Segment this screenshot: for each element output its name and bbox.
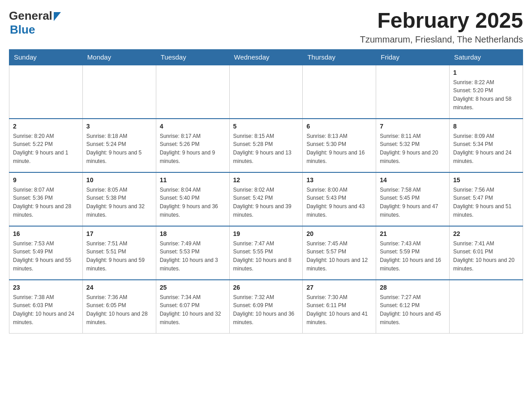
title-section: February 2025 Tzummarum, Friesland, The …: [360, 9, 523, 45]
day-number: 8: [453, 122, 519, 131]
calendar-cell: 17Sunrise: 7:51 AMSunset: 5:51 PMDayligh…: [82, 226, 156, 280]
day-info: Sunrise: 8:18 AMSunset: 5:24 PMDaylight:…: [86, 132, 152, 165]
page-header: General Blue February 2025 Tzummarum, Fr…: [9, 9, 523, 45]
day-info: Sunrise: 7:30 AMSunset: 6:11 PMDaylight:…: [306, 293, 372, 326]
day-number: 14: [380, 176, 446, 185]
calendar-cell: 23Sunrise: 7:38 AMSunset: 6:03 PMDayligh…: [9, 280, 83, 334]
calendar-cell: 28Sunrise: 7:27 AMSunset: 6:12 PMDayligh…: [376, 280, 450, 334]
day-number: 27: [306, 283, 372, 292]
calendar-cell: 11Sunrise: 8:04 AMSunset: 5:40 PMDayligh…: [156, 172, 229, 226]
day-number: 5: [233, 122, 299, 131]
day-number: 13: [306, 176, 372, 185]
day-info: Sunrise: 7:32 AMSunset: 6:09 PMDaylight:…: [233, 293, 299, 326]
day-number: 21: [380, 229, 446, 239]
location-title: Tzummarum, Friesland, The Netherlands: [360, 34, 523, 45]
month-title: February 2025: [360, 9, 523, 33]
day-number: 2: [13, 122, 79, 131]
day-info: Sunrise: 8:05 AMSunset: 5:38 PMDaylight:…: [86, 186, 152, 219]
calendar-cell: 27Sunrise: 7:30 AMSunset: 6:11 PMDayligh…: [303, 280, 376, 334]
day-info: Sunrise: 7:51 AMSunset: 5:51 PMDaylight:…: [86, 240, 152, 273]
calendar-cell: 5Sunrise: 8:15 AMSunset: 5:28 PMDaylight…: [229, 119, 303, 172]
calendar-cell: [156, 65, 229, 119]
day-info: Sunrise: 7:34 AMSunset: 6:07 PMDaylight:…: [160, 293, 226, 326]
calendar-cell: [9, 65, 83, 119]
calendar-cell: [229, 65, 303, 119]
calendar-cell: 20Sunrise: 7:45 AMSunset: 5:57 PMDayligh…: [303, 226, 376, 280]
day-info: Sunrise: 7:38 AMSunset: 6:03 PMDaylight:…: [13, 293, 79, 326]
day-number: 15: [453, 176, 519, 185]
day-number: 19: [233, 229, 299, 239]
day-number: 4: [160, 122, 226, 131]
col-friday: Friday: [376, 49, 450, 65]
day-info: Sunrise: 8:17 AMSunset: 5:26 PMDaylight:…: [160, 132, 226, 165]
day-info: Sunrise: 8:00 AMSunset: 5:43 PMDaylight:…: [306, 186, 372, 219]
day-info: Sunrise: 8:11 AMSunset: 5:32 PMDaylight:…: [380, 132, 446, 165]
day-info: Sunrise: 7:56 AMSunset: 5:47 PMDaylight:…: [453, 186, 519, 219]
calendar-header-row: Sunday Monday Tuesday Wednesday Thursday…: [9, 49, 523, 65]
day-number: 10: [86, 176, 152, 185]
day-info: Sunrise: 8:09 AMSunset: 5:34 PMDaylight:…: [453, 132, 519, 165]
calendar-cell: [450, 280, 523, 334]
calendar-cell: 9Sunrise: 8:07 AMSunset: 5:36 PMDaylight…: [9, 172, 83, 226]
day-number: 11: [160, 176, 226, 185]
day-info: Sunrise: 7:53 AMSunset: 5:49 PMDaylight:…: [13, 240, 79, 273]
col-thursday: Thursday: [303, 49, 376, 65]
calendar-cell: 22Sunrise: 7:41 AMSunset: 6:01 PMDayligh…: [450, 226, 523, 280]
day-number: 3: [86, 122, 152, 131]
day-number: 22: [453, 229, 519, 239]
day-info: Sunrise: 7:49 AMSunset: 5:53 PMDaylight:…: [160, 240, 226, 273]
day-number: 25: [160, 283, 226, 292]
day-number: 23: [13, 283, 79, 292]
calendar-cell: 15Sunrise: 7:56 AMSunset: 5:47 PMDayligh…: [450, 172, 523, 226]
col-sunday: Sunday: [9, 49, 83, 65]
calendar-cell: 4Sunrise: 8:17 AMSunset: 5:26 PMDaylight…: [156, 119, 229, 172]
day-number: 26: [233, 283, 299, 292]
calendar-cell: 26Sunrise: 7:32 AMSunset: 6:09 PMDayligh…: [229, 280, 303, 334]
calendar-cell: 19Sunrise: 7:47 AMSunset: 5:55 PMDayligh…: [229, 226, 303, 280]
calendar-cell: [303, 65, 376, 119]
day-number: 6: [306, 122, 372, 131]
calendar-week-row: 1Sunrise: 8:22 AMSunset: 5:20 PMDaylight…: [9, 65, 523, 119]
calendar-cell: 18Sunrise: 7:49 AMSunset: 5:53 PMDayligh…: [156, 226, 229, 280]
logo-general-text: General: [9, 9, 52, 23]
day-info: Sunrise: 7:45 AMSunset: 5:57 PMDaylight:…: [306, 240, 372, 273]
day-number: 7: [380, 122, 446, 131]
day-info: Sunrise: 8:07 AMSunset: 5:36 PMDaylight:…: [13, 186, 79, 219]
calendar-cell: 8Sunrise: 8:09 AMSunset: 5:34 PMDaylight…: [450, 119, 523, 172]
calendar-cell: 12Sunrise: 8:02 AMSunset: 5:42 PMDayligh…: [229, 172, 303, 226]
day-number: 16: [13, 229, 79, 239]
day-number: 17: [86, 229, 152, 239]
calendar-cell: 21Sunrise: 7:43 AMSunset: 5:59 PMDayligh…: [376, 226, 450, 280]
day-info: Sunrise: 8:02 AMSunset: 5:42 PMDaylight:…: [233, 186, 299, 219]
calendar-cell: 7Sunrise: 8:11 AMSunset: 5:32 PMDaylight…: [376, 119, 450, 172]
calendar-cell: [376, 65, 450, 119]
day-info: Sunrise: 7:43 AMSunset: 5:59 PMDaylight:…: [380, 240, 446, 273]
calendar-week-row: 2Sunrise: 8:20 AMSunset: 5:22 PMDaylight…: [9, 119, 523, 172]
day-number: 18: [160, 229, 226, 239]
day-number: 24: [86, 283, 152, 292]
calendar-cell: 2Sunrise: 8:20 AMSunset: 5:22 PMDaylight…: [9, 119, 83, 172]
calendar-cell: 6Sunrise: 8:13 AMSunset: 5:30 PMDaylight…: [303, 119, 376, 172]
day-info: Sunrise: 7:27 AMSunset: 6:12 PMDaylight:…: [380, 293, 446, 326]
day-info: Sunrise: 7:36 AMSunset: 6:05 PMDaylight:…: [86, 293, 152, 326]
col-saturday: Saturday: [450, 49, 523, 65]
calendar-cell: 14Sunrise: 7:58 AMSunset: 5:45 PMDayligh…: [376, 172, 450, 226]
logo-blue-text: Blue: [10, 23, 35, 37]
calendar-week-row: 16Sunrise: 7:53 AMSunset: 5:49 PMDayligh…: [9, 226, 523, 280]
day-info: Sunrise: 8:13 AMSunset: 5:30 PMDaylight:…: [306, 132, 372, 165]
calendar-week-row: 23Sunrise: 7:38 AMSunset: 6:03 PMDayligh…: [9, 280, 523, 334]
day-number: 9: [13, 176, 79, 185]
calendar-week-row: 9Sunrise: 8:07 AMSunset: 5:36 PMDaylight…: [9, 172, 523, 226]
logo: General Blue: [9, 9, 61, 37]
calendar-cell: [82, 65, 156, 119]
day-info: Sunrise: 8:04 AMSunset: 5:40 PMDaylight:…: [160, 186, 226, 219]
day-number: 1: [453, 68, 519, 77]
calendar-cell: 16Sunrise: 7:53 AMSunset: 5:49 PMDayligh…: [9, 226, 83, 280]
day-info: Sunrise: 8:15 AMSunset: 5:28 PMDaylight:…: [233, 132, 299, 165]
col-wednesday: Wednesday: [229, 49, 303, 65]
day-number: 12: [233, 176, 299, 185]
day-number: 28: [380, 283, 446, 292]
calendar-cell: 10Sunrise: 8:05 AMSunset: 5:38 PMDayligh…: [82, 172, 156, 226]
col-monday: Monday: [82, 49, 156, 65]
col-tuesday: Tuesday: [156, 49, 229, 65]
